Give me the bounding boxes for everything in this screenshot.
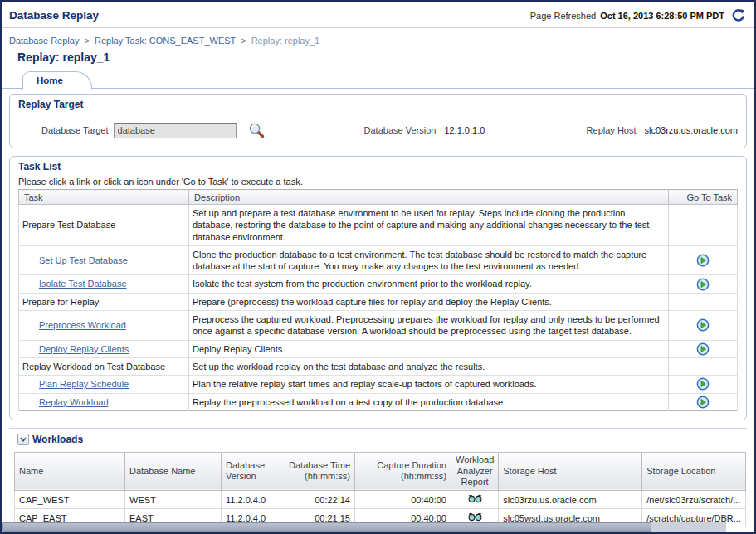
go-to-task-icon[interactable] [696, 254, 710, 267]
workload-cell: WEST [125, 491, 222, 509]
collapse-workloads-button[interactable] [17, 434, 29, 445]
task-link[interactable]: Replay Workload [39, 397, 109, 407]
task-description-cell: Set up and prepare a test database envir… [189, 205, 669, 246]
breadcrumb-database-replay[interactable]: Database Replay [9, 36, 79, 46]
go-to-task-icon[interactable] [696, 278, 710, 291]
task-description-cell: Prepare (preprocess) the workload captur… [189, 293, 669, 310]
database-version-value: 12.1.0.1.0 [444, 125, 485, 135]
task-cell: Set Up Test Database [19, 245, 189, 275]
task-cell: Plan Replay Schedule [19, 376, 189, 393]
task-description-cell: Replay the preprocessed workload on a te… [189, 393, 669, 410]
database-version-group: Database Version 12.1.0.1.0 [364, 125, 485, 135]
go-to-task-cell [669, 205, 738, 246]
task-description-cell: Set up the workload replay on the test d… [189, 357, 669, 375]
column-header-analyzer-report: Workload Analyzer Report [451, 452, 499, 490]
database-target-group: Database Target [18, 122, 265, 138]
task-list-tip: Please click a link or click an icon und… [10, 176, 746, 189]
database-target-label: Database Target [41, 125, 109, 135]
go-to-task-icon[interactable] [696, 377, 710, 391]
task-cell: Replay Workload [19, 393, 189, 410]
go-to-task-cell [669, 311, 738, 341]
column-header-go-to-task: Go To Task [669, 190, 738, 205]
go-to-task-cell [669, 393, 738, 410]
workload-cell: 11.2.0.4.0 [222, 491, 276, 509]
replay-host-group: Replay Host slc03rzu.us.oracle.com [587, 125, 738, 135]
workloads-title: Workloads [32, 434, 83, 445]
go-to-task-cell [669, 340, 738, 357]
chevron-down-icon [20, 437, 27, 442]
replay-target-fields: Database Target Database Version 12.1.0.… [10, 114, 746, 148]
workload-cell: /net/slc03rzu/scratch/... [642, 491, 746, 509]
task-cell: Isolate Test Database [19, 275, 189, 293]
content: Replay Target Database Target Database V… [2, 89, 754, 527]
task-table-row: Deploy Replay ClientsDeploy Replay Clien… [19, 340, 738, 357]
breadcrumb-replay-task[interactable]: Replay Task: CONS_EAST_WEST [95, 36, 236, 46]
column-header-capture-duration: Capture Duration (hh:mm:ss) [355, 452, 451, 490]
workload-row: CAP_WESTWEST11.2.0.4.000:22:1400:40:00 s… [15, 491, 746, 509]
page-refreshed-time: Oct 16, 2013 6:28:50 PM PDT [600, 11, 724, 21]
task-link[interactable]: Preprocess Workload [39, 320, 126, 330]
go-to-task-cell [669, 275, 738, 293]
go-to-task-icon[interactable] [696, 342, 710, 356]
task-cell: Deploy Replay Clients [19, 340, 189, 357]
column-header-storage-location: Storage Location [642, 452, 746, 490]
workload-cell: CAP_WEST [15, 491, 125, 509]
database-target-input[interactable] [114, 123, 237, 138]
go-to-task-cell [669, 376, 738, 393]
task-cell: Prepare Test Database [19, 205, 189, 246]
go-to-task-icon[interactable] [696, 396, 710, 409]
database-version-label: Database Version [364, 125, 437, 135]
task-table-row: Isolate Test DatabaseIsolate the test sy… [19, 275, 738, 293]
replay-target-title: Replay Target [10, 95, 746, 114]
task-list-section: Task List Please click a link or click a… [9, 156, 747, 420]
column-header-database-version: Database Version [222, 452, 276, 490]
search-icon[interactable] [248, 122, 265, 138]
analyzer-report-cell [451, 491, 499, 509]
task-table-row: Set Up Test DatabaseClone the production… [19, 245, 738, 275]
task-description-cell: Isolate the test system from the product… [189, 275, 669, 293]
top-bar: Database Replay Page Refreshed Oct 16, 2… [2, 2, 754, 28]
task-link[interactable]: Isolate Test Database [39, 279, 127, 289]
task-description-cell: Deploy Replay Clients [189, 340, 669, 357]
task-description-cell: Clone the production database to a test … [189, 245, 669, 275]
task-table-header-row: Task Description Go To Task [19, 190, 738, 205]
go-to-task-icon[interactable] [696, 318, 710, 332]
analyzer-report-icon[interactable] [468, 512, 482, 522]
task-table-row: Prepare for ReplayPrepare (preprocess) t… [19, 293, 738, 310]
go-to-task-cell [669, 357, 738, 375]
column-header-description: Description [189, 190, 669, 205]
task-description-cell: Preprocess the captured workload. Prepro… [189, 311, 669, 341]
task-link[interactable]: Deploy Replay Clients [39, 344, 129, 354]
task-link[interactable]: Set Up Test Database [39, 255, 128, 265]
workload-cell: 00:22:14 [276, 491, 355, 509]
task-cell: Prepare for Replay [19, 293, 189, 310]
task-category-label: Prepare for Replay [22, 297, 99, 307]
horizontal-scrollbar-thumb[interactable] [2, 522, 651, 532]
workloads-header-row: Name Database Name Database Version Data… [15, 452, 746, 490]
column-header-task: Task [19, 190, 189, 205]
task-table-row: Replay WorkloadReplay the preprocessed w… [19, 393, 738, 410]
workload-cell: 00:40:00 [355, 491, 451, 509]
page-title: Replay: replay_1 [2, 47, 754, 66]
horizontal-scrollbar[interactable] [2, 522, 726, 532]
tab-home[interactable]: Home [22, 71, 92, 90]
task-category-label: Replay Workload on Test Database [22, 362, 165, 371]
task-table-row: Prepare Test DatabaseSet up and prepare … [19, 205, 738, 246]
app-title: Database Replay [9, 9, 99, 22]
workloads-header: Workloads [9, 429, 747, 450]
task-link[interactable]: Plan Replay Schedule [39, 379, 129, 389]
breadcrumb: Database Replay > Replay Task: CONS_EAST… [2, 28, 754, 47]
task-table-row: Replay Workload on Test DatabaseSet up t… [19, 357, 738, 375]
analyzer-report-icon[interactable] [468, 494, 482, 503]
task-table: Task Description Go To Task Prepare Test… [18, 189, 738, 411]
page-refreshed: Page Refreshed Oct 16, 2013 6:28:50 PM P… [530, 8, 745, 22]
database-replay-page: { "window": { "title": "Database Replay"… [0, 0, 756, 534]
page-refreshed-label: Page Refreshed [530, 11, 597, 21]
task-table-row: Preprocess WorkloadPreprocess the captur… [19, 311, 738, 341]
breadcrumb-current: Replay: replay_1 [251, 36, 320, 46]
replay-host-value: slc03rzu.us.oracle.com [645, 125, 739, 135]
column-header-storage-host: Storage Host [499, 452, 642, 490]
breadcrumb-separator: > [238, 36, 248, 46]
task-list-title: Task List [10, 157, 746, 176]
refresh-icon[interactable] [731, 8, 745, 22]
